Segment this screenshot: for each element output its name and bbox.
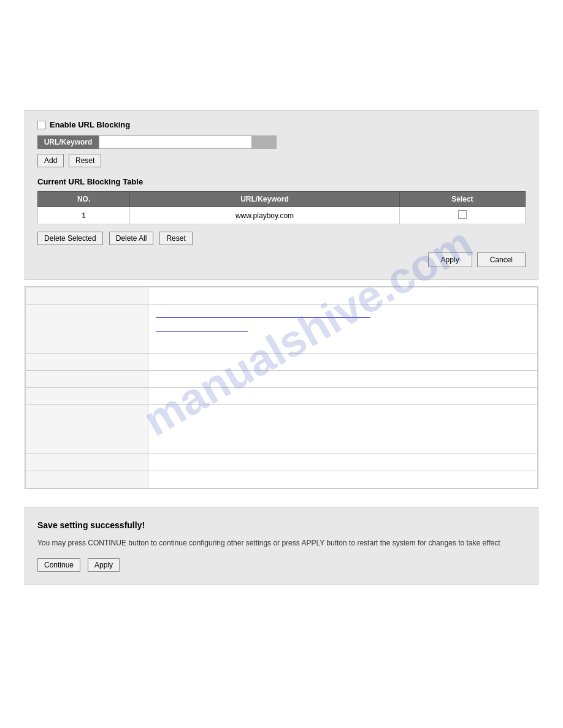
enable-url-blocking-row: Enable URL Blocking — [37, 120, 526, 129]
info-left-8 — [26, 471, 148, 488]
info-left-4 — [26, 371, 148, 388]
info-row-8 — [26, 471, 538, 488]
row-url: www.playboy.com — [130, 207, 400, 224]
info-row-3 — [26, 354, 538, 371]
info-table — [25, 287, 538, 488]
enable-url-blocking-checkbox[interactable] — [37, 121, 46, 129]
action-row: Delete Selected Delete All Reset — [37, 232, 526, 245]
continue-button[interactable]: Continue — [37, 558, 80, 572]
info-link-1[interactable] — [156, 309, 370, 318]
info-right-5 — [148, 388, 538, 405]
info-row-7 — [26, 454, 538, 471]
info-row-1 — [26, 287, 538, 305]
add-button[interactable]: Add — [37, 154, 64, 167]
enable-url-blocking-label: Enable URL Blocking — [50, 120, 130, 129]
save-btn-row: Continue Apply — [37, 558, 526, 572]
info-right-3 — [148, 354, 538, 371]
row-no: 1 — [38, 207, 130, 224]
info-left-3 — [26, 354, 148, 371]
info-right-4 — [148, 371, 538, 388]
delete-all-button[interactable]: Delete All — [109, 232, 154, 245]
info-right-8 — [148, 471, 538, 488]
row-select-cell — [399, 207, 525, 224]
info-row-5 — [26, 388, 538, 405]
info-right-7 — [148, 454, 538, 471]
col-url-keyword: URL/Keyword — [130, 192, 400, 207]
info-row-2 — [26, 305, 538, 354]
save-success-message: You may press CONTINUE button to continu… — [37, 537, 526, 548]
info-row-6 — [26, 405, 538, 454]
info-right-1 — [148, 287, 538, 305]
save-success-title: Save setting successfully! — [37, 520, 526, 530]
cancel-button[interactable]: Cancel — [477, 252, 526, 267]
info-left-7 — [26, 454, 148, 471]
add-reset-row: Add Reset — [37, 154, 526, 167]
info-left-5 — [26, 388, 148, 405]
info-table-wrapper — [25, 286, 538, 489]
url-blocking-panel: Enable URL Blocking URL/Keyword Add Rese… — [25, 110, 538, 280]
info-left-1 — [26, 287, 148, 305]
info-row-4 — [26, 371, 538, 388]
url-input-row: URL/Keyword — [37, 135, 526, 149]
col-select: Select — [399, 192, 525, 207]
apply-cancel-row: Apply Cancel — [37, 252, 526, 267]
info-right-6 — [148, 405, 538, 454]
url-keyword-input[interactable] — [99, 135, 252, 149]
apply-button[interactable]: Apply — [428, 252, 472, 267]
table-title: Current URL Blocking Table — [37, 177, 526, 186]
info-link-2[interactable] — [156, 324, 248, 332]
save-success-panel: Save setting successfully! You may press… — [25, 507, 538, 585]
info-right-2 — [148, 305, 538, 354]
url-input-spacer — [252, 135, 277, 149]
col-no: NO. — [38, 192, 130, 207]
row-select-checkbox[interactable] — [458, 210, 467, 219]
reset-button[interactable]: Reset — [69, 154, 101, 167]
url-keyword-label: URL/Keyword — [37, 135, 99, 149]
table-row: 1 www.playboy.com — [38, 207, 526, 224]
reset2-button[interactable]: Reset — [159, 232, 192, 245]
save-apply-button[interactable]: Apply — [88, 558, 120, 572]
blocking-table: NO. URL/Keyword Select 1 www.playboy.com — [37, 191, 526, 224]
info-left-6 — [26, 405, 148, 454]
info-left-2 — [26, 305, 148, 354]
delete-selected-button[interactable]: Delete Selected — [37, 232, 103, 245]
